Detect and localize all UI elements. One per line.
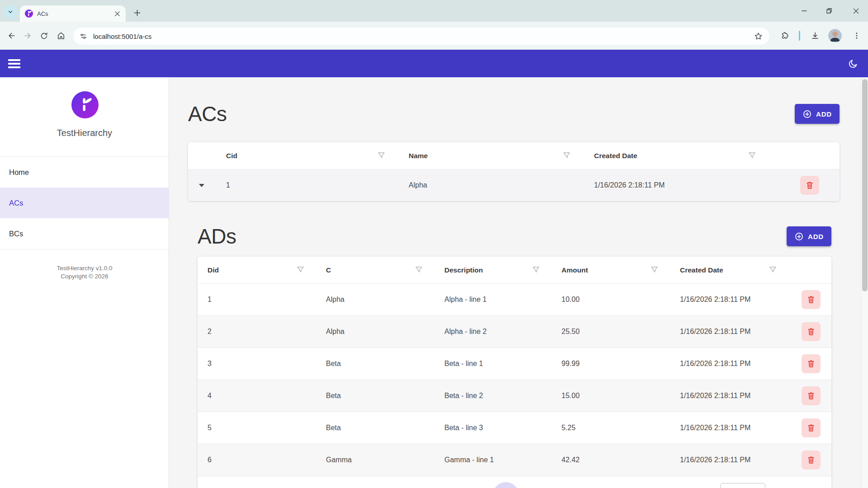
site-info-icon[interactable] xyxy=(79,32,88,41)
filter-icon[interactable] xyxy=(532,266,540,274)
ads-col-description: Description xyxy=(434,257,552,283)
ads-cell-did: 3 xyxy=(198,348,316,380)
browser-tab[interactable]: ACs xyxy=(20,5,126,22)
download-icon xyxy=(811,31,820,40)
ads-cell-actions xyxy=(788,412,831,444)
url-bar[interactable]: localhost:5001/a-cs xyxy=(73,28,769,45)
ads-cell-amount: 99.99 xyxy=(552,348,670,380)
home-icon xyxy=(57,31,66,40)
filter-icon[interactable] xyxy=(651,266,658,274)
bookmark-star-icon[interactable] xyxy=(754,32,763,41)
acs-delete-button[interactable] xyxy=(800,176,819,195)
ads-section: ADs ADD Did C Description Amount Created… xyxy=(198,222,831,488)
ads-col-amount: Amount xyxy=(552,257,670,283)
page-scrollbar[interactable] xyxy=(861,77,868,488)
app-name: TestHierarchy xyxy=(0,128,169,138)
trash-icon xyxy=(807,455,816,465)
ads-cell-created-date: 1/16/2026 2:18:11 PM xyxy=(670,444,788,476)
acs-col-name: Name xyxy=(398,142,583,169)
ads-cell-created-date: 1/16/2026 2:18:11 PM xyxy=(670,380,788,412)
ads-cell-actions xyxy=(788,444,831,476)
tab-close-icon[interactable] xyxy=(113,9,121,18)
ads-table-header: Did C Description Amount Created Date xyxy=(198,257,831,283)
trash-icon xyxy=(807,391,816,400)
acs-section-header: ACs ADD xyxy=(188,100,840,128)
ads-delete-button[interactable] xyxy=(802,386,821,405)
window-close-button[interactable] xyxy=(849,5,863,17)
ads-cell-amount: 15.00 xyxy=(552,380,670,412)
ads-cell-c: Beta xyxy=(316,348,434,380)
new-tab-button[interactable] xyxy=(130,6,144,19)
ads-delete-button[interactable] xyxy=(802,290,821,309)
ads-cell-actions xyxy=(788,316,831,347)
sidebar-item-acs[interactable]: ACs xyxy=(0,188,169,218)
back-button[interactable] xyxy=(4,28,19,43)
add-circle-icon xyxy=(802,109,812,119)
ads-cell-created-date: 1/16/2026 2:18:11 PM xyxy=(670,284,788,315)
expand-column-header xyxy=(188,142,215,169)
browser-menu-button[interactable] xyxy=(849,28,864,43)
ads-delete-button[interactable] xyxy=(802,322,821,341)
toolbar-separator xyxy=(799,31,800,41)
filter-icon[interactable] xyxy=(415,266,423,274)
tab-search-button[interactable] xyxy=(4,5,17,19)
ads-cell-created-date: 1/16/2026 2:18:11 PM xyxy=(670,348,788,380)
reload-button[interactable] xyxy=(36,28,52,43)
ads-delete-button[interactable] xyxy=(802,450,821,469)
downloads-button[interactable] xyxy=(807,28,823,43)
ads-cell-created-date: 1/16/2026 2:18:11 PM xyxy=(670,412,788,444)
reload-icon xyxy=(40,32,48,40)
forward-button[interactable] xyxy=(20,28,35,43)
ads-cell-did: 2 xyxy=(198,316,316,347)
filter-icon[interactable] xyxy=(769,266,777,274)
tab-title: ACs xyxy=(37,10,113,17)
caret-down-icon xyxy=(199,184,204,187)
trash-icon xyxy=(805,181,814,190)
acs-add-button[interactable]: ADD xyxy=(795,104,840,124)
acs-table: Cid Name Created Date 1 Alpha 1/16/2026 … xyxy=(188,142,840,201)
sidebar-item-home[interactable]: Home xyxy=(0,157,169,188)
app-version: TestHierarchy v1.0.0 xyxy=(0,264,169,272)
ads-cell-c: Gamma xyxy=(316,444,434,476)
ads-delete-button[interactable] xyxy=(802,418,821,437)
pager-page-button[interactable] xyxy=(493,482,519,488)
restore-icon xyxy=(826,8,832,14)
ads-cell-description: Alpha - line 2 xyxy=(434,316,552,347)
dark-mode-toggle[interactable] xyxy=(845,56,860,71)
ads-cell-description: Alpha - line 1 xyxy=(434,284,552,315)
extensions-button[interactable] xyxy=(778,28,793,43)
ads-cell-description: Beta - line 3 xyxy=(434,412,552,444)
filter-icon[interactable] xyxy=(563,152,571,160)
home-button[interactable] xyxy=(53,28,69,43)
ads-cell-did: 5 xyxy=(198,412,316,444)
ads-delete-button[interactable] xyxy=(802,354,821,373)
filter-icon[interactable] xyxy=(748,152,756,160)
ads-table-row: 6 Gamma Gamma - line 1 42.42 1/16/2026 2… xyxy=(198,444,831,476)
acs-col-cid: Cid xyxy=(215,142,398,169)
window-minimize-button[interactable] xyxy=(797,5,811,17)
app-bar xyxy=(0,50,868,77)
add-button-label: ADD xyxy=(816,110,832,118)
expand-row-button[interactable] xyxy=(188,169,215,201)
ads-cell-amount: 10.00 xyxy=(552,284,670,315)
pager-page-size-select[interactable] xyxy=(720,483,765,488)
sidebar-item-bcs[interactable]: BCs xyxy=(0,218,169,249)
nav-menu-toggle-button[interactable] xyxy=(5,56,24,71)
ads-cell-actions xyxy=(788,380,831,412)
acs-cell-name: Alpha xyxy=(398,169,583,201)
ads-cell-c: Beta xyxy=(316,380,434,412)
ads-add-button[interactable]: ADD xyxy=(787,226,831,246)
nav-label: BCs xyxy=(9,230,23,238)
filter-icon[interactable] xyxy=(297,266,304,274)
trash-icon xyxy=(807,295,816,304)
ads-table-row: 2 Alpha Alpha - line 2 25.50 1/16/2026 2… xyxy=(198,315,831,347)
window-maximize-button[interactable] xyxy=(822,5,836,17)
acs-cell-created-date: 1/16/2026 2:18:11 PM xyxy=(583,169,769,201)
ads-table-row: 1 Alpha Alpha - line 1 10.00 1/16/2026 2… xyxy=(198,283,831,315)
filter-icon[interactable] xyxy=(377,152,385,160)
profile-avatar[interactable] xyxy=(828,29,842,42)
scrollbar-thumb[interactable] xyxy=(862,79,868,291)
kebab-menu-icon xyxy=(853,32,861,40)
ads-cell-did: 6 xyxy=(198,444,316,476)
close-icon xyxy=(853,8,859,14)
